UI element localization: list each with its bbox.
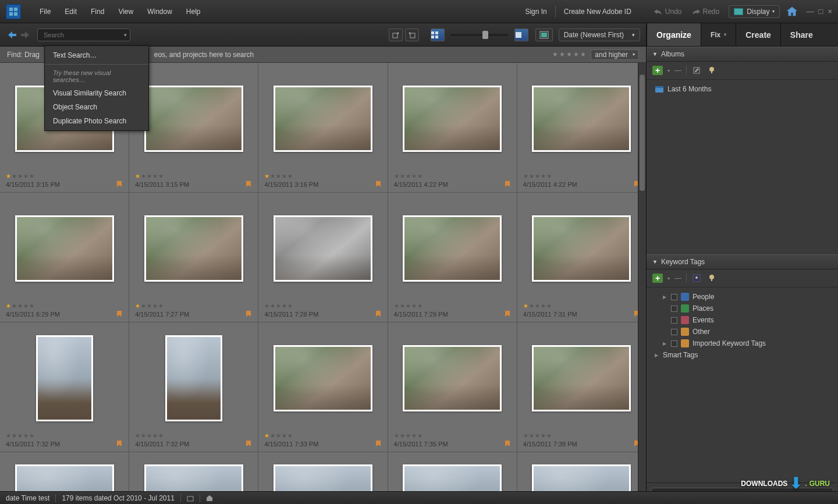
rating-stars[interactable]: ★★★★★: [523, 432, 640, 439]
display-dropdown[interactable]: Display ▾: [729, 5, 779, 18]
rating-stars[interactable]: ★★★★★: [394, 432, 511, 439]
menu-object-search[interactable]: Object Search: [45, 100, 148, 114]
photo-thumbnail[interactable]: [165, 335, 222, 421]
minimize-button[interactable]: —: [807, 7, 814, 16]
photo-thumbnail[interactable]: [274, 215, 372, 282]
thumbnail-cell[interactable]: ★★★★★4/15/2011 4:22 PM: [388, 63, 517, 192]
menu-file[interactable]: File: [33, 4, 58, 19]
menu-view[interactable]: View: [111, 4, 140, 19]
menu-help[interactable]: Help: [179, 4, 208, 19]
photo-thumbnail[interactable]: [403, 215, 502, 282]
thumbnail-cell[interactable]: ★★★★★4/15/2011 6:29 PM: [0, 193, 129, 322]
menu-duplicate-search[interactable]: Duplicate Photo Search: [45, 114, 148, 128]
nav-back-button[interactable]: [6, 29, 19, 41]
tag-icon[interactable]: [116, 310, 123, 318]
tag-icon[interactable]: [375, 310, 382, 318]
rotate-right-button[interactable]: [405, 29, 419, 41]
thumbnail-size-slider[interactable]: [450, 34, 509, 36]
rating-stars[interactable]: ★★★★★: [523, 173, 640, 179]
status-icon-1[interactable]: [187, 495, 194, 502]
tag-other[interactable]: Other: [652, 326, 832, 338]
add-album-button[interactable]: +: [652, 66, 663, 75]
photo-thumbnail[interactable]: [532, 345, 631, 411]
menu-window[interactable]: Window: [140, 4, 179, 19]
rating-stars[interactable]: ★★★★★: [135, 432, 252, 439]
rating-stars[interactable]: ★★★★★: [264, 303, 381, 309]
menu-text-search[interactable]: Text Search…: [45, 48, 148, 62]
tag-icon[interactable]: [116, 440, 123, 448]
photo-thumbnail[interactable]: [144, 215, 243, 282]
tab-organize[interactable]: Organize: [647, 23, 701, 46]
thumbnail-cell[interactable]: ★★★★★4/15/2011 3:16 PM: [258, 63, 387, 192]
tag-icon[interactable]: [504, 440, 511, 448]
tag-events[interactable]: Events: [652, 314, 832, 326]
album-last-6-months[interactable]: Last 6 Months: [652, 83, 832, 95]
search-input[interactable]: [44, 31, 124, 38]
redo-button[interactable]: Redo: [687, 5, 725, 18]
search-field[interactable]: ▾: [37, 29, 130, 41]
thumbnail-cell[interactable]: ★★★★★4/15/2011 7:28 PM: [258, 193, 387, 322]
tag-icon[interactable]: [375, 440, 382, 448]
tag-icon[interactable]: [375, 180, 382, 189]
photo-thumbnail[interactable]: [15, 215, 114, 282]
tag-icon[interactable]: [504, 310, 511, 318]
rating-stars[interactable]: ★★★★★: [6, 432, 123, 439]
thumbnail-cell[interactable]: ★★★★★4/15/2011 7:31 PM: [517, 193, 646, 322]
menu-find[interactable]: Find: [84, 4, 111, 19]
single-view-button[interactable]: [514, 29, 528, 41]
smart-tags[interactable]: ▶Smart Tags: [652, 349, 832, 361]
tag-icon[interactable]: [245, 180, 252, 189]
photo-thumbnail[interactable]: [403, 86, 502, 152]
tag-imported[interactable]: ▶Imported Keyword Tags: [652, 338, 832, 349]
grid-view-button[interactable]: [431, 29, 445, 41]
rating-stars[interactable]: ★★★★★: [394, 173, 511, 179]
fullscreen-button[interactable]: [535, 29, 553, 41]
rotate-left-button[interactable]: [389, 29, 403, 41]
signin-link[interactable]: Sign In: [519, 4, 552, 19]
rating-filter-mode[interactable]: and higher ▾: [591, 49, 639, 60]
nav-forward-button[interactable]: [19, 29, 31, 41]
rating-stars[interactable]: ★★★★★: [264, 173, 381, 179]
tag-hint-button[interactable]: [706, 273, 717, 283]
scrollbar-vertical[interactable]: [638, 63, 646, 504]
album-hint-button[interactable]: [706, 65, 717, 76]
search-dropdown-arrow[interactable]: ▾: [124, 32, 127, 38]
rating-stars[interactable]: ★★★★★: [6, 303, 123, 309]
close-button[interactable]: ×: [828, 7, 832, 16]
sort-dropdown[interactable]: Date (Newest First) ▾: [559, 29, 640, 41]
photo-thumbnail[interactable]: [532, 215, 631, 282]
menu-visual-similarity[interactable]: Visual Similarity Search: [45, 86, 148, 100]
app-icon[interactable]: [6, 4, 21, 19]
tag-icon[interactable]: [245, 310, 252, 318]
edit-album-button[interactable]: [691, 65, 702, 76]
thumbnail-cell[interactable]: ★★★★★4/15/2011 7:29 PM: [388, 193, 517, 322]
rating-stars[interactable]: ★★★★★: [135, 303, 252, 309]
menu-edit[interactable]: Edit: [58, 4, 84, 19]
rating-stars[interactable]: ★★★★★: [523, 303, 640, 309]
photo-thumbnail[interactable]: [274, 345, 372, 411]
photo-thumbnail[interactable]: [403, 345, 502, 411]
undo-button[interactable]: Undo: [649, 5, 687, 18]
tab-fix[interactable]: Fix▾: [701, 23, 736, 46]
rating-stars[interactable]: ★★★★★: [394, 303, 511, 309]
tag-icon[interactable]: [116, 180, 123, 189]
home-icon[interactable]: [786, 5, 798, 18]
thumbnail-cell[interactable]: ★★★★★4/15/2011 7:35 PM: [388, 322, 517, 452]
rating-stars[interactable]: ★★★★★: [6, 173, 123, 179]
rating-stars[interactable]: ★★★★★: [264, 432, 381, 439]
maximize-button[interactable]: □: [819, 7, 823, 16]
albums-header[interactable]: ▼Albums: [647, 47, 838, 62]
tag-icon[interactable]: [504, 180, 511, 189]
thumbnail-cell[interactable]: ★★★★★4/15/2011 7:32 PM: [0, 322, 129, 452]
status-icon-2[interactable]: [206, 495, 213, 502]
tag-places[interactable]: Places: [652, 303, 832, 314]
thumbnail-cell[interactable]: ★★★★★4/15/2011 7:32 PM: [129, 322, 258, 452]
tab-create[interactable]: Create: [736, 23, 780, 46]
create-adobe-id-link[interactable]: Create New Adobe ID: [558, 4, 637, 19]
tag-icon[interactable]: [245, 440, 252, 448]
photo-thumbnail[interactable]: [532, 86, 631, 152]
people-recognition-button[interactable]: [691, 273, 702, 283]
thumbnail-cell[interactable]: ★★★★★4/15/2011 7:33 PM: [258, 322, 387, 452]
tag-people[interactable]: ▶People: [652, 291, 832, 303]
photo-thumbnail[interactable]: [36, 335, 93, 421]
